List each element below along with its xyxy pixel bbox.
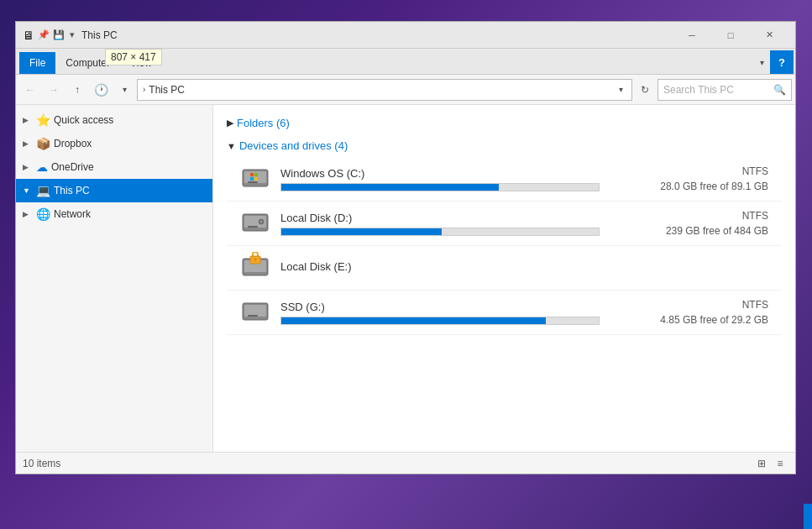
address-bar[interactable]: › This PC ▾ — [137, 79, 632, 101]
sidebar-label-quick-access: Quick access — [54, 114, 113, 126]
sidebar-label-onedrive: OneDrive — [51, 161, 94, 173]
sidebar-icon-this-pc: 💻 — [36, 184, 50, 197]
sidebar-label-network: Network — [54, 208, 91, 220]
drive-c[interactable]: Windows OS (C:) NTFS 28.0 GB free of 89.… — [227, 157, 782, 202]
drive-e-meta — [634, 266, 768, 270]
address-text: This PC — [149, 84, 616, 96]
scroll-indicator — [804, 504, 812, 529]
svg-rect-2 — [248, 181, 258, 183]
title-bar-icons: 🖥 📌 💾 ▾ — [23, 29, 75, 42]
drive-d-meta: NTFS 239 GB free of 484 GB — [634, 210, 768, 237]
drive-g-fs: NTFS — [634, 299, 768, 311]
svg-rect-9 — [248, 226, 258, 228]
drive-g[interactable]: SSD (G:) NTFS 4.85 GB free of 29.2 GB — [227, 291, 782, 335]
drive-d-icon — [240, 208, 270, 238]
tab-file[interactable]: File — [19, 52, 55, 74]
svg-point-11 — [260, 221, 262, 223]
sidebar-label-dropbox: Dropbox — [54, 138, 92, 149]
sidebar-icon-onedrive: ☁ — [36, 160, 48, 174]
title-bar: 🖥 📌 💾 ▾ This PC ─ □ ✕ — [16, 22, 795, 49]
address-chevron-icon: › — [143, 85, 145, 94]
back-button[interactable]: ← — [19, 79, 41, 101]
drive-c-fs: NTFS — [634, 165, 768, 177]
drive-c-info: Windows OS (C:) — [280, 167, 624, 191]
search-box[interactable]: Search This PC 🔍 — [657, 79, 792, 101]
save-icon: 💾 — [53, 29, 65, 40]
drive-c-fill — [281, 184, 499, 191]
drive-d-fs: NTFS — [634, 210, 768, 222]
drive-c-progress — [280, 183, 600, 191]
devices-section-title: Devices and drives (4) — [239, 139, 348, 152]
close-button[interactable]: ✕ — [750, 22, 788, 49]
ribbon-expand-icon[interactable]: ▾ — [753, 50, 770, 74]
content-area: ▶ ⭐ Quick access ▶ 📦 Dropbox ▶ ☁ OneDriv… — [16, 105, 795, 452]
window-title: This PC — [81, 29, 673, 41]
sidebar-item-quick-access[interactable]: ▶ ⭐ Quick access — [16, 108, 212, 132]
view-icons: ⊞ ≡ — [753, 455, 788, 472]
drive-e-name: Local Disk (E:) — [280, 260, 624, 273]
window-icon: 🖥 — [23, 29, 34, 42]
sidebar-label-this-pc: This PC — [54, 185, 90, 196]
sidebar-item-onedrive[interactable]: ▶ ☁ OneDrive — [16, 155, 212, 179]
drive-c-icon — [240, 164, 270, 194]
drive-e[interactable]: Local Disk (E:) — [227, 246, 782, 291]
dimension-tooltip: 807 × 417 — [105, 49, 162, 65]
drive-g-progress — [280, 317, 600, 325]
drive-d-space: 239 GB free of 484 GB — [634, 225, 768, 237]
drive-d-progress — [280, 228, 600, 236]
toolbar: ← → ↑ 🕐 ▾ › This PC ▾ ↻ Search This PC 🔍 — [16, 75, 795, 105]
grid-view-button[interactable]: ⊞ — [753, 455, 770, 472]
search-placeholder: Search This PC — [663, 84, 773, 96]
sidebar-item-this-pc[interactable]: ▼ 💻 This PC — [16, 179, 212, 202]
drive-c-space: 28.0 GB free of 89.1 GB — [634, 181, 768, 192]
minimize-button[interactable]: ─ — [673, 22, 711, 49]
drive-g-space: 4.85 GB free of 29.2 GB — [634, 314, 768, 326]
devices-section-header[interactable]: ▼ Devices and drives (4) — [227, 134, 782, 157]
drive-g-info: SSD (G:) — [280, 301, 624, 325]
title-dropdown-icon[interactable]: ▾ — [70, 29, 75, 40]
help-button[interactable]: ? — [770, 50, 794, 74]
sidebar-icon-network: 🌐 — [36, 207, 50, 221]
up-button[interactable]: ↑ — [66, 79, 88, 101]
drive-d[interactable]: Local Disk (D:) NTFS 239 GB free of 484 … — [227, 202, 782, 246]
sidebar-chevron-onedrive: ▶ — [23, 163, 33, 171]
sidebar-icon-quick-access: ⭐ — [36, 113, 50, 127]
sidebar: ▶ ⭐ Quick access ▶ 📦 Dropbox ▶ ☁ OneDriv… — [16, 105, 213, 452]
devices-chevron-icon: ▼ — [227, 141, 236, 151]
folders-section-header[interactable]: ▶ Folders (6) — [227, 112, 782, 134]
sidebar-icon-dropbox: 📦 — [36, 137, 50, 150]
drive-e-icon — [240, 253, 270, 283]
svg-rect-4 — [254, 173, 258, 176]
status-text: 10 items — [23, 458, 747, 469]
drive-d-info: Local Disk (D:) — [280, 212, 624, 236]
sidebar-chevron-this-pc: ▼ — [23, 186, 33, 195]
refresh-button[interactable]: ↻ — [634, 79, 656, 101]
forward-button[interactable]: → — [43, 79, 65, 101]
status-bar: 10 items ⊞ ≡ — [16, 452, 795, 474]
explorer-window: 🖥 📌 💾 ▾ This PC ─ □ ✕ File Computer View… — [15, 21, 796, 474]
folders-section-title: Folders (6) — [237, 117, 290, 129]
drive-d-name: Local Disk (D:) — [280, 212, 624, 224]
svg-rect-5 — [250, 177, 254, 181]
drive-d-fill — [281, 228, 442, 235]
drive-g-name: SSD (G:) — [280, 301, 624, 313]
window-controls: ─ □ ✕ — [673, 22, 788, 49]
quick-access-icon: 📌 — [38, 29, 50, 40]
list-view-button[interactable]: ≡ — [772, 455, 788, 472]
sidebar-item-dropbox[interactable]: ▶ 📦 Dropbox — [16, 132, 212, 155]
svg-rect-19 — [248, 315, 258, 317]
search-icon: 🔍 — [773, 84, 786, 96]
sidebar-item-network[interactable]: ▶ 🌐 Network — [16, 202, 212, 226]
maximize-button[interactable]: □ — [711, 22, 750, 49]
drive-g-icon — [240, 297, 270, 327]
folders-chevron-icon: ▶ — [227, 118, 233, 128]
sidebar-chevron-network: ▶ — [23, 210, 33, 218]
sidebar-chevron-quick-access: ▶ — [23, 116, 33, 124]
drive-e-info: Local Disk (E:) — [280, 260, 624, 276]
svg-point-16 — [254, 259, 257, 261]
address-dropdown-icon[interactable]: ▾ — [619, 85, 623, 94]
drive-c-meta: NTFS 28.0 GB free of 89.1 GB — [634, 165, 768, 192]
nav-dropdown-icon[interactable]: ▾ — [113, 79, 135, 101]
recent-button[interactable]: 🕐 — [90, 79, 112, 101]
svg-rect-6 — [254, 177, 258, 181]
